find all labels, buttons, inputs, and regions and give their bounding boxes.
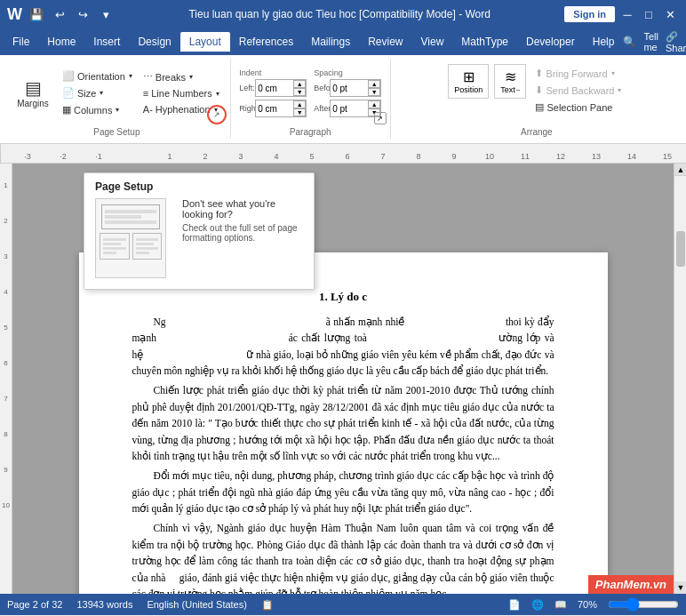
view-mode-print[interactable]: 📄 — [508, 599, 521, 611]
document-page[interactable]: 1. Lý do c Ng ã nhấn mạnh nhiề thoi kỳ đ… — [79, 252, 608, 594]
indent-right-down[interactable]: ▼ — [293, 108, 306, 116]
customize-button[interactable]: ▾ — [97, 5, 115, 23]
close-button[interactable]: ✕ — [661, 5, 679, 23]
menu-file[interactable]: File — [4, 32, 38, 52]
indent-right-input[interactable] — [256, 100, 293, 116]
indent-left-input[interactable] — [256, 80, 293, 96]
indent-left-down[interactable]: ▼ — [293, 88, 306, 96]
line-numbers-button[interactable]: ≡ Line Numbers ▾ — [140, 86, 223, 100]
orientation-button[interactable]: ⬜ Orientation ▾ — [59, 68, 136, 84]
bring-forward-button[interactable]: ⬆ Bring Forward ▾ — [531, 66, 625, 81]
vertical-scrollbar[interactable]: ▲ ▼ — [674, 164, 686, 594]
ruler-num: 1 — [152, 152, 187, 161]
save-button[interactable]: 💾 — [28, 5, 45, 23]
menu-design[interactable]: Design — [129, 32, 179, 52]
columns-button[interactable]: ▦ Columns ▾ — [59, 102, 136, 117]
document-para-1: Chiến lược phát triển giáo dục thời kỳ p… — [132, 382, 554, 464]
send-backward-button[interactable]: ⬇ Send Backward ▾ — [531, 83, 625, 98]
paragraph-dialog-launcher[interactable]: ↗ — [374, 112, 387, 124]
menu-insert[interactable]: Insert — [84, 32, 129, 52]
size-button[interactable]: 📄 Size ▾ — [59, 85, 136, 100]
menu-layout[interactable]: Layout — [180, 32, 230, 52]
spacing-before-up[interactable]: ▲ — [368, 80, 380, 88]
document-para-0: Ng ã nhấn mạnh nhiề thoi kỳ đẩy mạnh ác … — [132, 314, 554, 380]
menu-mathtype[interactable]: MathType — [452, 32, 517, 52]
spacing-after-input[interactable] — [331, 100, 368, 116]
selection-pane-label: Selection Pane — [546, 102, 612, 113]
scroll-down-button[interactable]: ▼ — [674, 581, 686, 594]
document-para-2: Đổi mới mục tiêu, nội dung, phương pháp,… — [132, 468, 554, 516]
ruler-num: 14 — [614, 152, 650, 161]
redo-button[interactable]: ↪ — [74, 5, 92, 23]
status-bar: Page 2 of 32 13943 words English (United… — [0, 594, 686, 615]
bring-forward-icon: ⬆ — [535, 68, 543, 79]
ruler-num: 10 — [472, 152, 507, 161]
tell-me-label[interactable]: Tell me — [643, 31, 658, 52]
view-mode-read[interactable]: 📖 — [554, 599, 567, 611]
size-icon: 📄 — [62, 87, 75, 99]
spacing-before-input[interactable] — [331, 80, 368, 96]
horizontal-ruler: ·3 ·2 ·1 1 2 3 4 5 6 7 8 9 10 11 12 13 1… — [1, 144, 686, 164]
columns-label: Columns — [74, 105, 112, 116]
ruler-num: 7 — [365, 152, 401, 161]
wrap-text-icon: ≋ — [500, 68, 520, 85]
ruler-num: 8 — [401, 152, 436, 161]
ribbon: ▤ Margins ⬜ Orientation ▾ 📄 Size ▾ — [0, 55, 686, 144]
arrange-group: ⊞ Position ≋ Text~ ⬆ — [391, 59, 682, 139]
menu-mailings[interactable]: Mailings — [302, 32, 359, 52]
language: English (United States) — [147, 599, 247, 610]
line-numbers-label: Line Numbers — [151, 88, 211, 99]
paragraph-label: Paragraph — [290, 125, 331, 137]
margins-button[interactable]: ▤ Margins — [11, 74, 55, 112]
minimize-button[interactable]: ─ — [618, 5, 636, 23]
size-label: Size — [77, 88, 96, 99]
breaks-label: Breaks — [156, 72, 186, 83]
tooltip-image — [95, 198, 166, 278]
spacing-before-down[interactable]: ▼ — [368, 88, 380, 96]
send-backward-caret: ▾ — [618, 86, 621, 94]
ruler-num: 13 — [578, 152, 614, 161]
arrange-label: Arrange — [521, 125, 553, 137]
indent-left-up[interactable]: ▲ — [293, 80, 306, 88]
view-mode-web[interactable]: 🌐 — [531, 599, 544, 611]
position-icon: ⊞ — [454, 68, 483, 85]
columns-caret: ▾ — [116, 106, 119, 114]
title-bar: W 💾 ↩ ↪ ▾ Tieu luan quan ly giao duc Tie… — [0, 0, 686, 28]
spacing-after-up[interactable]: ▲ — [368, 100, 380, 108]
position-button[interactable]: ⊞ Position — [448, 64, 489, 99]
ruler-num: 3 — [223, 152, 259, 161]
breaks-button[interactable]: ⋯ Breaks ▾ — [140, 69, 223, 84]
tooltip-title: Page Setup — [95, 180, 303, 193]
indent-right-up[interactable]: ▲ — [293, 100, 306, 108]
dialog-launcher-icon: ↗ — [213, 110, 220, 119]
menu-home[interactable]: Home — [38, 32, 84, 52]
ruler-num: 15 — [650, 152, 685, 161]
orientation-label: Orientation — [77, 71, 125, 82]
sign-in-button[interactable]: Sign in — [564, 6, 615, 22]
watermark: PhanMem.vn — [588, 575, 674, 594]
menu-view[interactable]: View — [412, 32, 453, 52]
ruler-num: ·2 — [45, 152, 81, 161]
menu-developer[interactable]: Developer — [517, 32, 584, 52]
hyphenation-label: Hyphenation — [156, 104, 211, 115]
ruler-num: 5 — [294, 152, 330, 161]
restore-button[interactable]: □ — [640, 5, 658, 23]
selection-pane-button[interactable]: ▤ Selection Pane — [531, 100, 625, 115]
document-scroll[interactable]: Page Setup — [12, 164, 674, 594]
scroll-thumb[interactable] — [676, 231, 685, 267]
hyphenation-icon: A- — [143, 104, 153, 115]
orientation-caret: ▾ — [129, 72, 132, 80]
page-setup-dialog-launcher[interactable]: ↗ — [207, 105, 227, 124]
menu-review[interactable]: Review — [359, 32, 411, 52]
line-numbers-icon: ≡ — [143, 88, 148, 99]
wrap-text-button[interactable]: ≋ Text~ — [494, 64, 526, 99]
share-button[interactable]: 🔗 Share — [666, 31, 686, 53]
title-bar-right: Sign in ─ □ ✕ — [564, 5, 679, 23]
scroll-up-button[interactable]: ▲ — [674, 164, 686, 176]
zoom-slider[interactable] — [608, 599, 679, 610]
margins-icon: ▤ — [25, 77, 42, 99]
menu-references[interactable]: References — [230, 32, 302, 52]
undo-button[interactable]: ↩ — [51, 5, 68, 23]
menu-help[interactable]: Help — [584, 32, 624, 52]
document-area: 1 2 3 4 5 6 7 8 9 10 Page Setup — [0, 164, 686, 594]
